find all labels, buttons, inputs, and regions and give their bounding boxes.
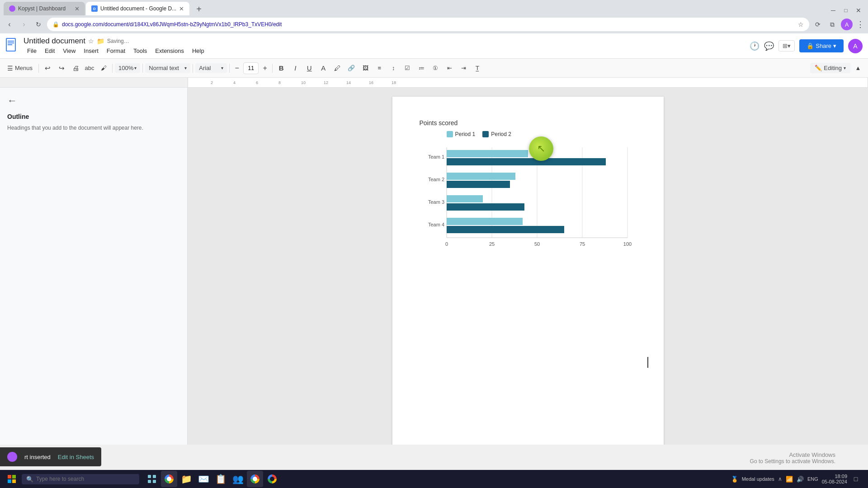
taskbar-app1-icon[interactable]: 📋 <box>212 471 229 487</box>
taskbar-explorer-icon[interactable]: 📁 <box>178 471 194 487</box>
tab-gdocs[interactable]: D Untitled document - Google D... ✕ <box>86 2 189 15</box>
sidebar-back-button[interactable]: ← <box>7 95 180 107</box>
image-button[interactable]: 🖼 <box>359 62 372 75</box>
start-button[interactable] <box>4 471 20 487</box>
snackbar-action[interactable]: Edit in Sheets <box>58 454 94 460</box>
font-size-minus[interactable]: − <box>232 63 242 73</box>
back-arrow-icon: ← <box>7 95 17 107</box>
taskbar-app2-icon[interactable]: 👥 <box>230 471 246 487</box>
legend-period2-color <box>482 131 489 137</box>
collapse-toolbar-button[interactable]: ▲ <box>852 62 864 75</box>
gdocs-tab-label: Untitled document - Google D... <box>100 5 176 12</box>
docs-title[interactable]: Untitled document <box>24 37 85 46</box>
link-button[interactable]: 🔗 <box>345 62 358 75</box>
print-button[interactable]: 🖨 <box>69 62 82 75</box>
menu-edit[interactable]: Edit <box>41 47 58 55</box>
editing-dropdown[interactable]: ✏️ Editing ▾ <box>810 63 850 73</box>
maximize-button[interactable]: □ <box>841 5 851 15</box>
line-spacing-button[interactable]: ↕ <box>387 62 400 75</box>
text-color-button[interactable]: A <box>317 62 330 75</box>
menu-format[interactable]: Format <box>103 47 129 55</box>
svg-rect-34 <box>148 480 151 483</box>
clear-format-button[interactable]: T̲ <box>471 62 484 75</box>
paint-format-button[interactable]: 🖌 <box>97 62 110 75</box>
medal-updates-icon[interactable]: 🏅 <box>731 476 738 483</box>
menu-file[interactable]: File <box>24 47 40 55</box>
comment-icon-header[interactable]: 💬 <box>764 41 774 51</box>
menu-help[interactable]: Help <box>189 47 208 55</box>
folder-icon[interactable]: 📁 <box>97 38 104 45</box>
tab-kopyst[interactable]: Kopyst | Dashboard ✕ <box>4 2 85 15</box>
indent-decrease-button[interactable]: ⇤ <box>443 62 456 75</box>
chart-container[interactable]: Points scored Period 1 Period 2 <box>420 119 637 262</box>
browser-menu-icon[interactable]: ⋮ <box>856 19 864 29</box>
address-bar[interactable]: 🔒 docs.google.com/document/d/184XLv86JWq… <box>47 18 809 31</box>
numbered-list-button[interactable]: ① <box>429 62 442 75</box>
profile-icon[interactable]: A <box>841 19 853 30</box>
taskbar-search-box[interactable]: 🔍 <box>22 474 139 484</box>
align-button[interactable]: ≡ <box>373 62 386 75</box>
highlight-button[interactable]: 🖊 <box>331 62 344 75</box>
font-dropdown[interactable]: Arial ▾ <box>195 63 227 73</box>
user-avatar[interactable]: A <box>848 39 863 53</box>
kopyst-tab-close[interactable]: ✕ <box>75 5 80 12</box>
history-icon[interactable]: ⟳ <box>812 19 824 30</box>
new-tab-button[interactable]: + <box>192 3 206 15</box>
bookmark-icon[interactable]: ☆ <box>798 21 804 28</box>
spellcheck-button[interactable]: abc <box>83 62 96 75</box>
system-tray-expand[interactable]: ∧ <box>778 476 782 482</box>
reload-button[interactable]: ↻ <box>33 19 44 30</box>
font-size-plus[interactable]: + <box>260 63 270 73</box>
menus-button[interactable]: ☰ Menus <box>4 63 36 74</box>
checklist-button[interactable]: ☑ <box>401 62 414 75</box>
bullet-list-button[interactable]: ≔ <box>415 62 428 75</box>
notification-button[interactable]: □ <box>851 474 861 484</box>
taskbar-search-input[interactable] <box>36 476 127 482</box>
menu-view[interactable]: View <box>59 47 79 55</box>
star-icon[interactable]: ☆ <box>88 38 94 45</box>
volume-icon[interactable]: 🔊 <box>797 476 804 483</box>
undo-button[interactable]: ↩ <box>41 62 54 75</box>
taskbar-clock[interactable]: 18:09 05-08-2024 <box>822 474 847 484</box>
underline-button[interactable]: U <box>303 62 316 75</box>
search-icon: 🔍 <box>26 476 33 483</box>
taskbar: 🔍 📁 ✉️ 📋 👥 <box>0 470 868 488</box>
menu-insert[interactable]: Insert <box>80 47 102 55</box>
taskbar-chrome2-icon[interactable] <box>247 471 263 487</box>
svg-text:25: 25 <box>489 241 494 247</box>
taskbar-chrome3-icon[interactable] <box>264 471 280 487</box>
back-button[interactable]: ‹ <box>4 19 15 30</box>
bold-button[interactable]: B <box>275 62 288 75</box>
indent-increase-button[interactable]: ⇥ <box>457 62 470 75</box>
legend-period1-label: Period 1 <box>455 131 476 137</box>
medal-updates-label: Medal updates <box>742 476 774 482</box>
taskbar-mail-icon[interactable]: ✉️ <box>195 471 212 487</box>
docs-menu-bar: File Edit View Insert Format Tools Exten… <box>24 47 208 55</box>
taskbar-chrome-icon[interactable] <box>161 471 177 487</box>
italic-button[interactable]: I <box>289 62 302 75</box>
close-window-button[interactable]: ✕ <box>854 5 863 15</box>
redo-button[interactable]: ↪ <box>55 62 68 75</box>
zoom-dropdown[interactable]: 100% ▾ <box>115 63 140 73</box>
style-dropdown[interactable]: Normal text ▾ <box>145 63 190 73</box>
minimize-button[interactable]: ─ <box>828 5 838 15</box>
extensions-icon[interactable]: ⧉ <box>826 19 838 30</box>
share-button[interactable]: 🔒 Share ▾ <box>799 39 844 52</box>
forward-button[interactable]: › <box>18 19 30 30</box>
menu-tools[interactable]: Tools <box>130 47 151 55</box>
font-size-input[interactable]: 11 <box>243 62 259 74</box>
address-text[interactable]: docs.google.com/document/d/184XLv86JWqmH… <box>62 21 795 28</box>
network-icon[interactable]: 📶 <box>786 476 793 483</box>
text-cursor <box>647 357 648 368</box>
menu-extensions[interactable]: Extensions <box>151 47 188 55</box>
document-area[interactable]: Points scored Period 1 Period 2 <box>188 88 868 445</box>
history-icon-header[interactable]: 🕐 <box>750 41 760 51</box>
svg-text:0: 0 <box>445 241 448 247</box>
taskbar-widget-icon[interactable] <box>144 471 160 487</box>
view-mode-dropdown[interactable]: ⊞▾ <box>778 40 795 52</box>
menus-icon: ☰ <box>7 65 13 72</box>
gdocs-tab-close[interactable]: ✕ <box>179 5 184 12</box>
toolbar-sep-2 <box>112 64 113 73</box>
legend-period1-color <box>447 131 453 137</box>
svg-text:Team 4: Team 4 <box>428 222 444 227</box>
